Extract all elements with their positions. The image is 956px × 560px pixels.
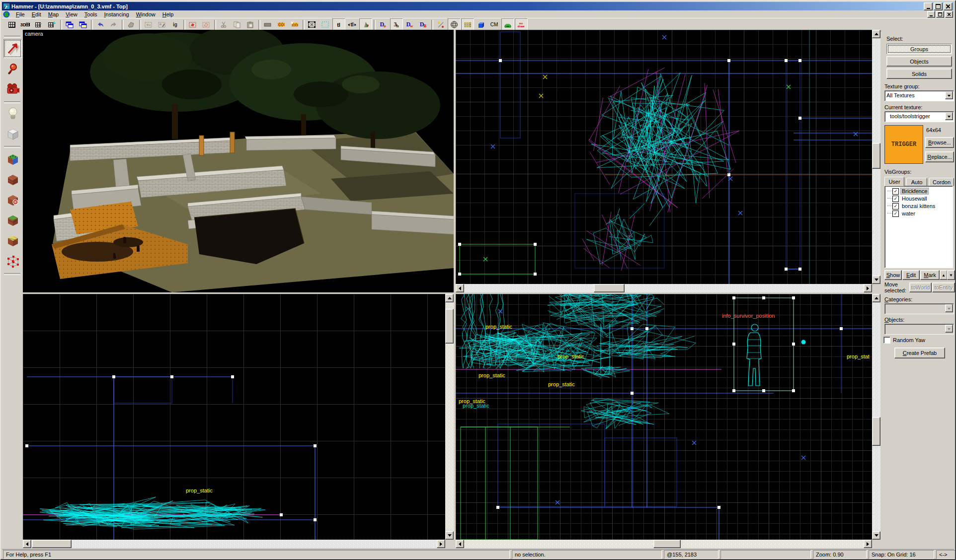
visgroup-label[interactable]: water [901, 210, 916, 216]
hide-selected-button[interactable] [186, 18, 199, 31]
visgroup-item-bonzai-kittens[interactable]: ✓ bonzai kittens [886, 203, 953, 210]
split-face-button[interactable] [434, 18, 447, 31]
texture-preview[interactable]: TRIGGER [884, 125, 923, 164]
v3-hscroll-thumb[interactable] [32, 540, 72, 548]
texture-group-combo[interactable]: All Textures [884, 90, 954, 101]
scroll-down-button[interactable] [872, 531, 880, 540]
visgroups-tab-auto[interactable]: Auto [906, 178, 927, 186]
current-texture-combo[interactable]: tools/toolstrigger [884, 111, 954, 122]
viewport-2d-top-canvas[interactable] [456, 30, 872, 284]
mdi-restore-button[interactable] [936, 11, 944, 18]
random-yaw-checkbox[interactable] [883, 337, 890, 344]
to-entity-button[interactable]: toEntity [932, 282, 955, 292]
apply-texture-tool-button[interactable] [3, 170, 22, 189]
viewport-2d-top[interactable] [456, 30, 880, 292]
dropdown-button[interactable] [945, 325, 953, 333]
select-solids-button[interactable]: Solids [886, 69, 952, 79]
v3-vscroll-thumb[interactable] [445, 309, 454, 344]
load-window-state-button[interactable] [63, 18, 76, 31]
scroll-left-button[interactable] [456, 284, 464, 292]
close-button[interactable] [944, 2, 953, 10]
visgroup-checkbox[interactable]: ✓ [892, 188, 899, 195]
hide-unselected-button[interactable] [200, 18, 213, 31]
ignore-groups-button[interactable]: ig [169, 18, 182, 31]
scroll-up-button[interactable] [445, 294, 454, 302]
paste-button[interactable] [244, 18, 257, 31]
entity-tool-button[interactable] [3, 104, 22, 123]
v3-horizontal-scrollbar[interactable] [23, 540, 445, 548]
texture-lock-button[interactable]: tl [332, 18, 345, 31]
v4-hscroll-thumb[interactable] [653, 540, 681, 548]
dropdown-button[interactable] [945, 304, 953, 312]
display-option-b-button[interactable]: DB [417, 18, 430, 31]
v2-vertical-scrollbar[interactable] [872, 30, 880, 284]
texture-scale-lock-button[interactable]: tl [346, 18, 359, 31]
random-yaw-option[interactable]: Random Yaw [883, 337, 925, 344]
visgroup-label[interactable]: Housewall [901, 196, 928, 202]
selection-tool-button[interactable] [3, 39, 22, 58]
dropdown-button[interactable] [945, 112, 953, 120]
models-in-2d-button[interactable] [475, 18, 487, 31]
visgroups-list[interactable]: ✓ Brickfence ✓ Housewall ✓ bonzai kitten… [884, 186, 953, 268]
select-groups-button[interactable]: Groups [886, 44, 952, 54]
helmet-toggle-button[interactable] [501, 18, 514, 31]
overlay-tool-button[interactable] [3, 211, 22, 230]
scroll-down-button[interactable] [872, 276, 880, 284]
v4-horizontal-scrollbar[interactable] [456, 540, 872, 548]
visgroup-mark-button[interactable]: Mark [920, 270, 940, 280]
visgroup-label[interactable]: bonzai kittens [901, 203, 936, 209]
larger-grid-button[interactable]: + [46, 18, 59, 31]
block-tool-button[interactable] [3, 125, 22, 143]
nodraw-toggle-button[interactable]: nodraw [515, 18, 528, 31]
v2-vscroll-thumb[interactable] [872, 143, 880, 169]
menu-edit[interactable]: Edit [28, 11, 45, 18]
select-containing-button[interactable] [319, 18, 332, 31]
v4-vertical-scrollbar[interactable] [872, 294, 880, 540]
replace-button[interactable]: Replace... [925, 151, 954, 162]
decal-tool-button[interactable] [3, 191, 22, 210]
viewport-2d-side[interactable]: prop_static prop_static prop_static prop… [456, 294, 880, 548]
vertex-tool-button[interactable] [3, 252, 22, 271]
maximize-button[interactable] [934, 2, 943, 10]
save-window-state-button[interactable] [77, 18, 89, 31]
fence-sprites-button[interactable] [461, 18, 474, 31]
display-option-w-button[interactable]: Dw [403, 18, 416, 31]
create-prefab-button[interactable]: Create Prefab [894, 348, 945, 358]
texture-application-tool-button[interactable] [3, 150, 22, 169]
viewport-2d-front-canvas[interactable]: prop_static [23, 294, 445, 540]
display-option-o-button[interactable]: Do [377, 18, 390, 31]
scroll-right-button[interactable] [437, 540, 445, 548]
clipping-tool-button[interactable] [3, 231, 22, 250]
undo-button[interactable] [94, 18, 107, 31]
toggle-detail-objects-button[interactable] [359, 18, 372, 31]
visgroup-item-housewall[interactable]: ✓ Housewall [886, 195, 953, 202]
viewport-2d-front[interactable]: prop_static [23, 294, 454, 548]
cm-toggle-button[interactable]: CM [488, 18, 501, 31]
select-objects-button[interactable]: Objects [886, 56, 952, 67]
v3-vertical-scrollbar[interactable] [445, 294, 454, 540]
menu-tools[interactable]: Tools [81, 11, 101, 18]
menu-instancing[interactable]: Instancing [100, 11, 132, 18]
menu-window[interactable]: Window [133, 11, 159, 18]
carve-button[interactable] [125, 18, 138, 31]
menu-view[interactable]: View [62, 11, 81, 18]
visgroups-tab-cordon[interactable]: Cordon [929, 178, 954, 186]
visgroup-move-up-button[interactable]: ▲ [940, 270, 948, 280]
edit-cordon-bounds-button[interactable] [288, 18, 301, 31]
browse-button[interactable]: Browse... [925, 137, 954, 148]
visgroup-item-water[interactable]: ✓ water [886, 210, 953, 217]
magnify-tool-button[interactable] [3, 60, 22, 78]
visgroup-edit-button[interactable]: Edit [902, 270, 920, 280]
scroll-right-button[interactable] [864, 540, 872, 548]
viewport-3d-camera[interactable]: camera [23, 30, 454, 292]
scroll-left-button[interactable] [23, 540, 31, 548]
scroll-up-button[interactable] [872, 294, 880, 302]
camera-tool-button[interactable] [3, 80, 22, 99]
title-bar[interactable]: Hammer - [U:\zamnmap\zamn_0_3.vmf - Top] [2, 2, 954, 10]
visgroup-show-button[interactable]: Show [884, 270, 902, 280]
scroll-up-button[interactable] [872, 30, 880, 38]
dropdown-button[interactable] [945, 91, 953, 99]
smaller-grid-button[interactable]: - [32, 18, 45, 31]
scroll-right-button[interactable] [864, 284, 872, 292]
visgroups-tab-user[interactable]: User [884, 177, 904, 186]
